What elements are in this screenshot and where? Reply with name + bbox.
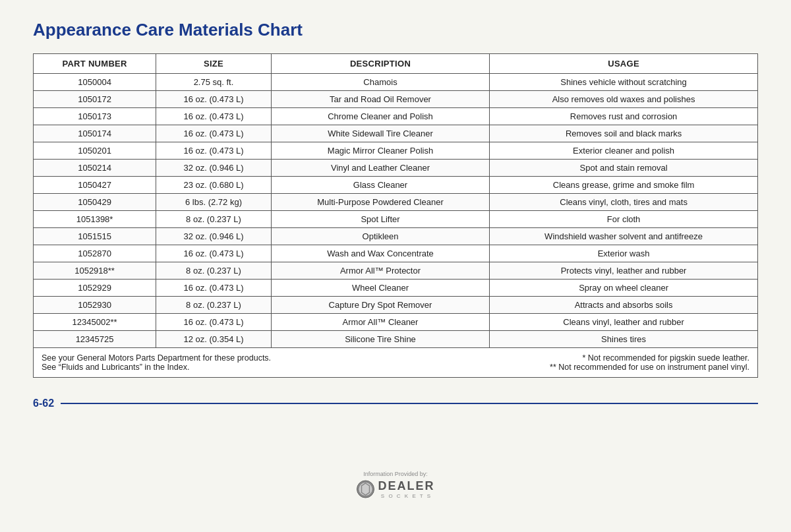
col-header-size: SIZE xyxy=(156,54,272,74)
dealer-logo-area: Information Provided by: DEALER S O C K … xyxy=(356,471,434,499)
table-row: 105017216 oz. (0.473 L)Tar and Road Oil … xyxy=(34,91,758,108)
materials-table: PART NUMBER SIZE DESCRIPTION USAGE 10500… xyxy=(33,53,758,378)
table-cell: 1050172 xyxy=(34,91,156,108)
table-cell: 1052930 xyxy=(34,297,156,314)
table-cell: 1050214 xyxy=(34,160,156,177)
table-row: 105017316 oz. (0.473 L)Chrome Cleaner an… xyxy=(34,108,758,125)
table-cell: Glass Cleaner xyxy=(271,177,489,194)
table-cell: 1050201 xyxy=(34,142,156,160)
table-cell: 32 oz. (0.946 L) xyxy=(156,228,272,245)
svg-point-1 xyxy=(359,483,372,496)
table-row: 12345002**16 oz. (0.473 L)Armor All™ Cle… xyxy=(34,314,758,331)
table-cell: 16 oz. (0.473 L) xyxy=(156,142,272,160)
footer-left-line1: See your General Motors Parts Department… xyxy=(42,353,396,363)
table-cell: 1050004 xyxy=(34,74,156,91)
col-header-part-number: PART NUMBER xyxy=(34,54,156,74)
dealer-name: DEALER xyxy=(378,479,434,493)
table-cell: 1050429 xyxy=(34,194,156,211)
page-title: Appearance Care Materials Chart xyxy=(33,20,758,40)
table-cell: Capture Dry Spot Remover xyxy=(271,297,489,314)
footer-left: See your General Motors Parts Department… xyxy=(42,353,396,372)
table-cell: Shines vehicle without scratching xyxy=(490,74,758,91)
table-cell: 16 oz. (0.473 L) xyxy=(156,108,272,125)
table-cell: Cleans vinyl, leather and rubber xyxy=(490,314,758,331)
table-cell: Windshield washer solvent and antifreeze xyxy=(490,228,758,245)
table-footer-cell: See your General Motors Parts Department… xyxy=(34,348,758,378)
table-cell: Cleans vinyl, cloth, tires and mats xyxy=(490,194,758,211)
table-cell: Attracts and absorbs soils xyxy=(490,297,758,314)
bottom-line xyxy=(61,403,758,404)
table-cell: Armor All™ Protector xyxy=(271,262,489,280)
table-cell: Spray on wheel cleaner xyxy=(490,280,758,297)
page: Appearance Care Materials Chart PART NUM… xyxy=(0,0,791,532)
table-cell: Chrome Cleaner and Polish xyxy=(271,108,489,125)
table-cell: Exterior wash xyxy=(490,245,758,262)
table-cell: Shines tires xyxy=(490,331,758,348)
table-row: 105287016 oz. (0.473 L)Wash and Wax Conc… xyxy=(34,245,758,262)
table-cell: 32 oz. (0.946 L) xyxy=(156,160,272,177)
page-number: 6-62 xyxy=(33,398,54,409)
table-row: 1234572512 oz. (0.354 L)Silicone Tire Sh… xyxy=(34,331,758,348)
table-cell: 1052929 xyxy=(34,280,156,297)
table-cell: 2.75 sq. ft. xyxy=(156,74,272,91)
table-cell: White Sidewall Tire Cleaner xyxy=(271,125,489,142)
table-cell: 6 lbs. (2.72 kg) xyxy=(156,194,272,211)
table-cell: 1050173 xyxy=(34,108,156,125)
table-row: 1052918**8 oz. (0.237 L)Armor All™ Prote… xyxy=(34,262,758,280)
table-cell: 1051398* xyxy=(34,211,156,228)
table-cell: Silicone Tire Shine xyxy=(271,331,489,348)
table-cell: 1050174 xyxy=(34,125,156,142)
table-cell: 16 oz. (0.473 L) xyxy=(156,125,272,142)
table-cell: Optikleen xyxy=(271,228,489,245)
table-cell: Wash and Wax Concentrate xyxy=(271,245,489,262)
dealer-shield-icon xyxy=(356,480,374,498)
table-row: 105151532 oz. (0.946 L)OptikleenWindshie… xyxy=(34,228,758,245)
table-cell: 12345725 xyxy=(34,331,156,348)
table-cell: 16 oz. (0.473 L) xyxy=(156,245,272,262)
table-cell: Cleans grease, grime and smoke film xyxy=(490,177,758,194)
table-cell: Removes soil and black marks xyxy=(490,125,758,142)
dealer-info-text: Information Provided by: xyxy=(363,471,428,477)
table-cell: 1052870 xyxy=(34,245,156,262)
table-cell: For cloth xyxy=(490,211,758,228)
table-cell: 12345002** xyxy=(34,314,156,331)
table-cell: 1050427 xyxy=(34,177,156,194)
table-row: 10500042.75 sq. ft.ChamoisShines vehicle… xyxy=(34,74,758,91)
table-cell: Armor All™ Cleaner xyxy=(271,314,489,331)
table-row: 105020116 oz. (0.473 L)Magic Mirror Clea… xyxy=(34,142,758,160)
dealer-subtext: S O C K E T S xyxy=(378,493,434,499)
footer-right: * Not recommended for pigskin suede leat… xyxy=(396,353,749,372)
table-cell: Chamois xyxy=(271,74,489,91)
table-cell: Exterior cleaner and polish xyxy=(490,142,758,160)
table-cell: 12 oz. (0.354 L) xyxy=(156,331,272,348)
table-cell: Removes rust and corrosion xyxy=(490,108,758,125)
table-cell: 8 oz. (0.237 L) xyxy=(156,297,272,314)
col-header-description: DESCRIPTION xyxy=(271,54,489,74)
footer-right-line1: * Not recommended for pigskin suede leat… xyxy=(396,353,749,363)
page-bottom: 6-62 Information Provided by: DEALER S O… xyxy=(33,398,758,409)
table-cell: 16 oz. (0.473 L) xyxy=(156,91,272,108)
dealer-logo: DEALER S O C K E T S xyxy=(356,479,434,499)
table-cell: 1051515 xyxy=(34,228,156,245)
table-row: 1051398*8 oz. (0.237 L)Spot LifterFor cl… xyxy=(34,211,758,228)
table-row: 10529308 oz. (0.237 L)Capture Dry Spot R… xyxy=(34,297,758,314)
table-row: 105021432 oz. (0.946 L)Vinyl and Leather… xyxy=(34,160,758,177)
table-header-row: PART NUMBER SIZE DESCRIPTION USAGE xyxy=(34,54,758,74)
table-cell: 1052918** xyxy=(34,262,156,280)
table-cell: Vinyl and Leather Cleaner xyxy=(271,160,489,177)
table-row: 105292916 oz. (0.473 L)Wheel CleanerSpra… xyxy=(34,280,758,297)
table-cell: Tar and Road Oil Remover xyxy=(271,91,489,108)
table-cell: Wheel Cleaner xyxy=(271,280,489,297)
table-cell: Magic Mirror Cleaner Polish xyxy=(271,142,489,160)
table-footer-row: See your General Motors Parts Department… xyxy=(34,348,758,378)
table-cell: Spot Lifter xyxy=(271,211,489,228)
table-cell: Also removes old waxes and polishes xyxy=(490,91,758,108)
footer-right-line2: ** Not recommended for use on instrument… xyxy=(396,363,749,372)
table-cell: 23 oz. (0.680 L) xyxy=(156,177,272,194)
table-cell: Multi-Purpose Powdered Cleaner xyxy=(271,194,489,211)
table-cell: 8 oz. (0.237 L) xyxy=(156,211,272,228)
table-row: 10504296 lbs. (2.72 kg)Multi-Purpose Pow… xyxy=(34,194,758,211)
footer-left-line2: See “Fluids and Lubricants” in the Index… xyxy=(42,363,396,372)
table-cell: 16 oz. (0.473 L) xyxy=(156,280,272,297)
table-cell: 16 oz. (0.473 L) xyxy=(156,314,272,331)
